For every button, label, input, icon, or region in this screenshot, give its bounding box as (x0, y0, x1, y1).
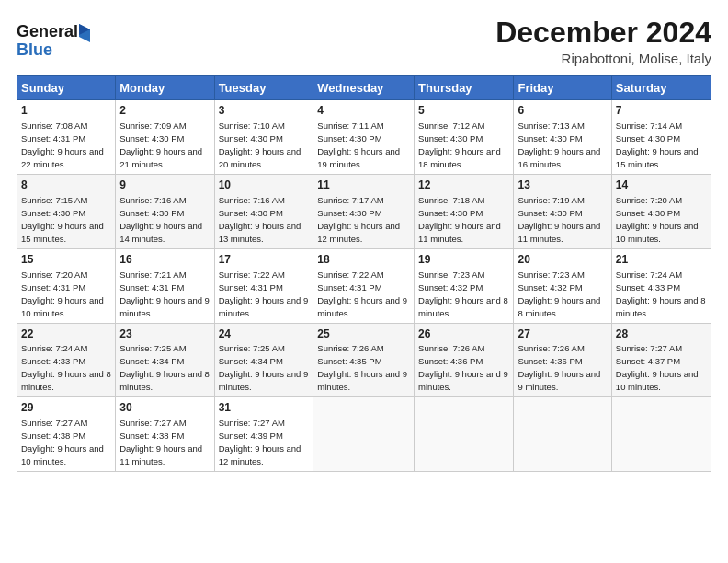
day-info: Sunrise: 7:19 AMSunset: 4:30 PMDaylight:… (518, 195, 600, 244)
calendar-cell: 15 Sunrise: 7:20 AMSunset: 4:31 PMDaylig… (17, 248, 116, 323)
month-title: December 2024 (495, 17, 711, 49)
day-number: 5 (418, 103, 509, 119)
day-number: 8 (21, 178, 111, 193)
day-info: Sunrise: 7:22 AMSunset: 4:31 PMDaylight:… (317, 270, 407, 318)
day-info: Sunrise: 7:13 AMSunset: 4:30 PMDaylight:… (518, 121, 600, 169)
day-number: 12 (418, 178, 509, 193)
day-number: 16 (119, 252, 210, 268)
svg-text:General: General (17, 22, 78, 40)
calendar-cell: 21 Sunrise: 7:24 AMSunset: 4:33 PMDaylig… (611, 248, 711, 323)
header-saturday: Saturday (611, 76, 711, 100)
day-info: Sunrise: 7:11 AMSunset: 4:30 PMDaylight:… (317, 121, 400, 169)
location: Ripabottoni, Molise, Italy (495, 51, 711, 66)
calendar-cell: 26 Sunrise: 7:26 AMSunset: 4:36 PMDaylig… (415, 323, 514, 397)
header-sunday: Sunday (17, 76, 116, 100)
day-number: 17 (219, 252, 310, 268)
day-info: Sunrise: 7:23 AMSunset: 4:32 PMDaylight:… (518, 270, 600, 318)
day-info: Sunrise: 7:24 AMSunset: 4:33 PMDaylight:… (616, 270, 706, 318)
day-number: 21 (616, 252, 707, 268)
day-number: 27 (518, 327, 607, 342)
calendar: Sunday Monday Tuesday Wednesday Thursday… (17, 75, 711, 472)
day-number: 22 (21, 327, 111, 342)
calendar-cell: 31 Sunrise: 7:27 AMSunset: 4:39 PMDaylig… (214, 397, 313, 472)
day-info: Sunrise: 7:15 AMSunset: 4:30 PMDaylight:… (21, 195, 104, 244)
header-tuesday: Tuesday (214, 76, 313, 100)
week-row-5: 29 Sunrise: 7:27 AMSunset: 4:38 PMDaylig… (17, 397, 711, 472)
day-info: Sunrise: 7:26 AMSunset: 4:36 PMDaylight:… (418, 343, 508, 392)
svg-text:Blue: Blue (17, 40, 52, 59)
calendar-cell (313, 397, 415, 472)
week-row-1: 1 Sunrise: 7:08 AMSunset: 4:31 PMDayligh… (17, 100, 711, 175)
calendar-cell (611, 397, 711, 472)
day-info: Sunrise: 7:25 AMSunset: 4:34 PMDaylight:… (219, 343, 309, 392)
day-info: Sunrise: 7:27 AMSunset: 4:38 PMDaylight:… (21, 418, 104, 466)
calendar-cell: 24 Sunrise: 7:25 AMSunset: 4:34 PMDaylig… (214, 323, 313, 397)
calendar-cell: 11 Sunrise: 7:17 AMSunset: 4:30 PMDaylig… (313, 174, 415, 248)
logo-text: General Blue (17, 17, 104, 64)
day-info: Sunrise: 7:21 AMSunset: 4:31 PMDaylight:… (119, 270, 210, 318)
calendar-cell: 8 Sunrise: 7:15 AMSunset: 4:30 PMDayligh… (17, 174, 116, 248)
header-friday: Friday (514, 76, 611, 100)
calendar-cell: 5 Sunrise: 7:12 AMSunset: 4:30 PMDayligh… (415, 100, 514, 175)
day-info: Sunrise: 7:22 AMSunset: 4:31 PMDaylight:… (219, 270, 309, 318)
day-number: 2 (119, 103, 210, 119)
page: General Blue December 2024 Ripabottoni, … (0, 0, 728, 563)
calendar-cell: 16 Sunrise: 7:21 AMSunset: 4:31 PMDaylig… (116, 248, 214, 323)
header-monday: Monday (116, 76, 214, 100)
day-number: 13 (518, 178, 607, 193)
calendar-cell: 28 Sunrise: 7:27 AMSunset: 4:37 PMDaylig… (611, 323, 711, 397)
day-number: 20 (518, 252, 607, 268)
day-number: 15 (21, 252, 111, 268)
weekday-header-row: Sunday Monday Tuesday Wednesday Thursday… (17, 76, 711, 100)
day-number: 31 (219, 400, 310, 416)
day-info: Sunrise: 7:09 AMSunset: 4:30 PMDaylight:… (119, 121, 202, 169)
day-number: 10 (219, 178, 310, 193)
day-info: Sunrise: 7:20 AMSunset: 4:30 PMDaylight:… (616, 195, 699, 244)
day-info: Sunrise: 7:14 AMSunset: 4:30 PMDaylight:… (616, 121, 699, 169)
day-info: Sunrise: 7:27 AMSunset: 4:37 PMDaylight:… (616, 343, 699, 392)
day-info: Sunrise: 7:25 AMSunset: 4:34 PMDaylight:… (119, 343, 210, 392)
day-number: 23 (119, 327, 210, 342)
day-info: Sunrise: 7:18 AMSunset: 4:30 PMDaylight:… (418, 195, 501, 244)
day-number: 26 (418, 327, 509, 342)
week-row-2: 8 Sunrise: 7:15 AMSunset: 4:30 PMDayligh… (17, 174, 711, 248)
week-row-3: 15 Sunrise: 7:20 AMSunset: 4:31 PMDaylig… (17, 248, 711, 323)
day-info: Sunrise: 7:20 AMSunset: 4:31 PMDaylight:… (21, 270, 104, 318)
day-number: 1 (21, 103, 111, 119)
calendar-cell: 3 Sunrise: 7:10 AMSunset: 4:30 PMDayligh… (214, 100, 313, 175)
calendar-cell: 1 Sunrise: 7:08 AMSunset: 4:31 PMDayligh… (17, 100, 116, 175)
header: General Blue December 2024 Ripabottoni, … (17, 17, 711, 66)
day-number: 9 (119, 178, 210, 193)
day-number: 29 (21, 400, 111, 416)
header-thursday: Thursday (415, 76, 514, 100)
logo: General Blue (17, 17, 104, 64)
calendar-cell: 17 Sunrise: 7:22 AMSunset: 4:31 PMDaylig… (214, 248, 313, 323)
calendar-cell: 13 Sunrise: 7:19 AMSunset: 4:30 PMDaylig… (514, 174, 611, 248)
calendar-cell: 9 Sunrise: 7:16 AMSunset: 4:30 PMDayligh… (116, 174, 214, 248)
day-number: 4 (317, 103, 410, 119)
day-number: 3 (219, 103, 310, 119)
title-block: December 2024 Ripabottoni, Molise, Italy (495, 17, 711, 66)
day-number: 18 (317, 252, 410, 268)
day-info: Sunrise: 7:10 AMSunset: 4:30 PMDaylight:… (219, 121, 301, 169)
day-number: 11 (317, 178, 410, 193)
calendar-cell: 7 Sunrise: 7:14 AMSunset: 4:30 PMDayligh… (611, 100, 711, 175)
day-info: Sunrise: 7:17 AMSunset: 4:30 PMDaylight:… (317, 195, 400, 244)
day-info: Sunrise: 7:23 AMSunset: 4:32 PMDaylight:… (418, 270, 508, 318)
day-info: Sunrise: 7:27 AMSunset: 4:38 PMDaylight:… (119, 418, 202, 466)
day-number: 7 (616, 103, 707, 119)
calendar-cell: 6 Sunrise: 7:13 AMSunset: 4:30 PMDayligh… (514, 100, 611, 175)
calendar-cell: 2 Sunrise: 7:09 AMSunset: 4:30 PMDayligh… (116, 100, 214, 175)
day-number: 19 (418, 252, 509, 268)
calendar-cell: 12 Sunrise: 7:18 AMSunset: 4:30 PMDaylig… (415, 174, 514, 248)
day-info: Sunrise: 7:26 AMSunset: 4:35 PMDaylight:… (317, 343, 407, 392)
calendar-cell: 27 Sunrise: 7:26 AMSunset: 4:36 PMDaylig… (514, 323, 611, 397)
calendar-cell (514, 397, 611, 472)
day-info: Sunrise: 7:08 AMSunset: 4:31 PMDaylight:… (21, 121, 104, 169)
day-number: 24 (219, 327, 310, 342)
day-info: Sunrise: 7:26 AMSunset: 4:36 PMDaylight:… (518, 343, 600, 392)
header-wednesday: Wednesday (313, 76, 415, 100)
day-info: Sunrise: 7:27 AMSunset: 4:39 PMDaylight:… (219, 418, 301, 466)
calendar-cell: 29 Sunrise: 7:27 AMSunset: 4:38 PMDaylig… (17, 397, 116, 472)
day-number: 25 (317, 327, 410, 342)
